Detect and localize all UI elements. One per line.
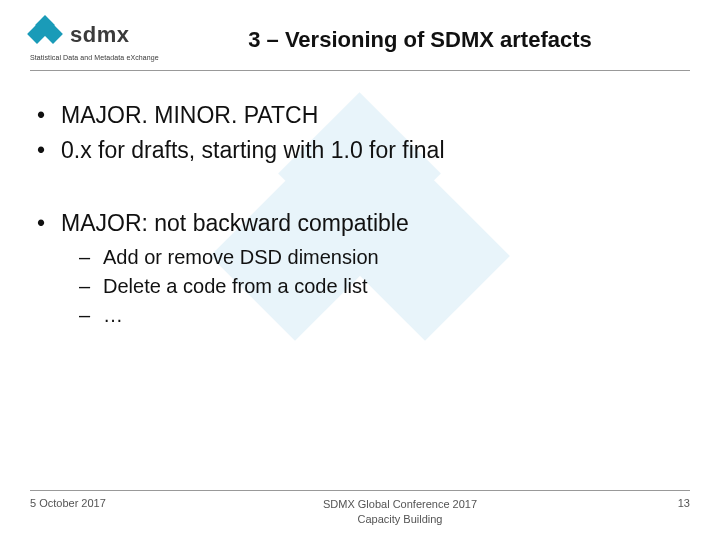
footer-date: 5 October 2017: [30, 497, 150, 509]
footer-event-line1: SDMX Global Conference 2017: [323, 498, 477, 510]
bullet-item: MAJOR: not backward compatible: [45, 208, 680, 239]
slide: sdmx Statistical Data and Metadata eXcha…: [0, 0, 720, 540]
sdmx-logo-tagline: Statistical Data and Metadata eXchange: [30, 54, 159, 61]
sdmx-logo-text: sdmx: [70, 22, 129, 48]
slide-body: MAJOR. MINOR. PATCH 0.x for drafts, star…: [45, 100, 680, 330]
sdmx-logo-icon: [30, 18, 64, 52]
bullet-item: 0.x for drafts, starting with 1.0 for fi…: [45, 135, 680, 166]
footer-divider: [30, 490, 690, 491]
slide-header: sdmx Statistical Data and Metadata eXcha…: [30, 18, 690, 61]
header-divider: [30, 70, 690, 71]
sub-bullet-item: Add or remove DSD dimension: [103, 243, 680, 272]
footer-event: SDMX Global Conference 2017 Capacity Bui…: [150, 497, 650, 526]
slide-title: 3 – Versioning of SDMX artefacts: [190, 27, 690, 53]
sdmx-logo: sdmx Statistical Data and Metadata eXcha…: [30, 18, 170, 61]
sub-bullet-item: Delete a code from a code list: [103, 272, 680, 301]
footer-event-line2: Capacity Building: [358, 513, 443, 525]
slide-footer: 5 October 2017 SDMX Global Conference 20…: [30, 490, 690, 526]
footer-page-number: 13: [650, 497, 690, 509]
bullet-item: MAJOR. MINOR. PATCH: [45, 100, 680, 131]
sub-bullet-item: …: [103, 301, 680, 330]
